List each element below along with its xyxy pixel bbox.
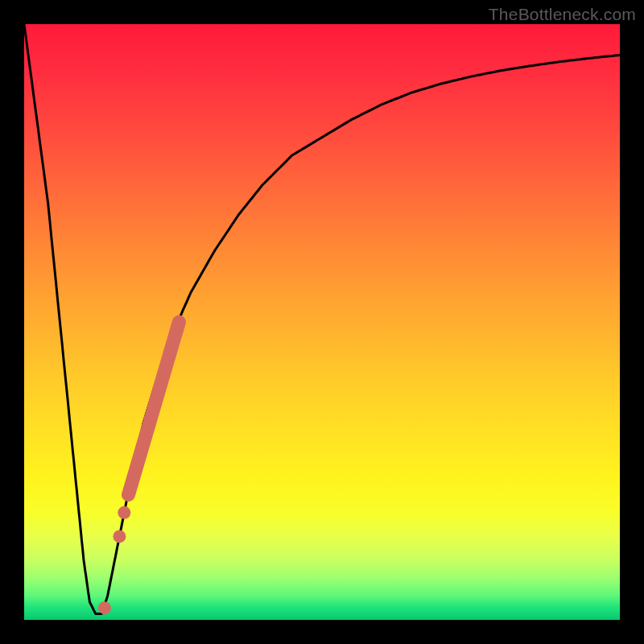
plot-area: [24, 24, 620, 620]
highlight-segment: [129, 322, 180, 495]
marker-dot-1: [113, 530, 126, 543]
marker-dot-3: [98, 601, 111, 614]
watermark-text: TheBottleneck.com: [489, 5, 636, 24]
marker-dot-2: [118, 506, 130, 519]
chart-frame: TheBottleneck.com: [0, 0, 644, 644]
bottleneck-curve: [24, 24, 620, 614]
curve-layer: [24, 24, 620, 620]
